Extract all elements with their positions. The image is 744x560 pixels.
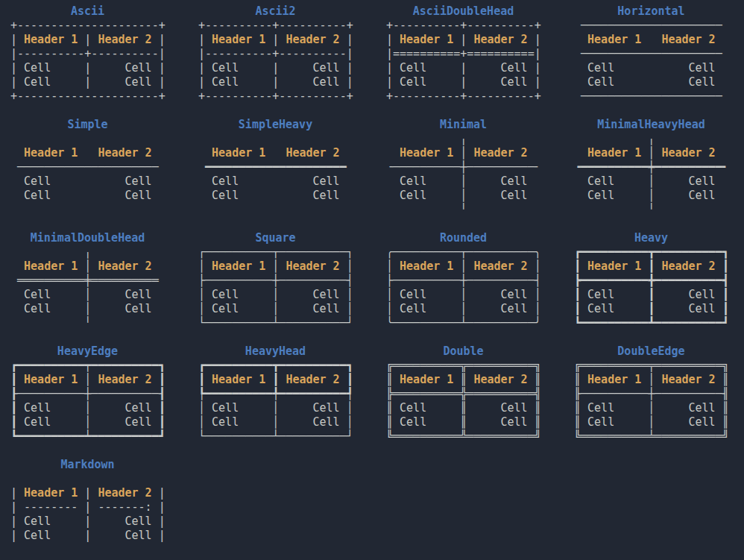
box-style-title: DoubleEdge <box>574 345 728 359</box>
box-style-title: Rounded <box>386 231 540 245</box>
box-style-panel: MinimalHeavyHead ╷ Header 1 │ Header 2 ╺… <box>574 118 728 231</box>
box-style-title: Horizontal <box>574 4 728 19</box>
box-style-table: | Header 1 | Header 2 | | -------- | ---… <box>10 472 165 543</box>
box-style-panel: MinimalDoubleHead ╷ Header 1 │ Header 2 … <box>10 231 165 345</box>
box-style-table: +---------------------+ | Header 1 | Hea… <box>10 19 165 104</box>
box-style-table: +----------+----------+ | Header 1 | Hea… <box>386 19 540 104</box>
box-style-table: ───────────────────── Header 1 Header 2 … <box>574 19 728 104</box>
box-style-table: ╷ Header 1 │ Header 2 ╶──────────┼──────… <box>386 132 540 217</box>
box-style-title: Double <box>386 345 540 359</box>
box-style-title: Ascii2 <box>198 4 353 19</box>
box-style-title: Heavy <box>574 231 728 245</box>
box-style-table: ╔══════════╤══════════╗ ║ Header 1 │ Hea… <box>574 359 728 444</box>
box-style-title: HeavyHead <box>198 345 353 359</box>
box-style-title: MinimalDoubleHead <box>10 231 165 245</box>
box-style-panel: Markdown | Header 1 | Header 2 | | -----… <box>10 458 165 560</box>
box-style-table: ╷ Header 1 │ Header 2 ╺━━━━━━━━━━┿━━━━━━… <box>574 132 728 217</box>
box-style-table: ┌──────────┬──────────┐ │ Header 1 │ Hea… <box>198 245 353 330</box>
box-style-panel: HeavyEdge ┏━━━━━━━━━━┯━━━━━━━━━━┓ ┃ Head… <box>10 345 165 458</box>
box-style-title: HeavyEdge <box>10 345 165 359</box>
box-style-panel: HeavyHead ┏━━━━━━━━━━┳━━━━━━━━━━┓ ┃ Head… <box>198 345 353 458</box>
box-style-table: ╭──────────┬──────────╮ │ Header 1 │ Hea… <box>386 245 540 330</box>
box-style-panel: Horizontal ───────────────────── Header … <box>574 4 728 118</box>
box-style-table: ╷ Header 1 │ Header 2 ══════════╪═══════… <box>10 245 165 330</box>
box-style-title: Square <box>198 231 353 245</box>
box-style-title: Markdown <box>10 458 165 472</box>
box-style-title: Simple <box>10 118 165 132</box>
box-style-panel: Double ╔══════════╦══════════╗ ║ Header … <box>386 345 540 458</box>
box-style-table: ┏━━━━━━━━━━┳━━━━━━━━━━┓ ┃ Header 1 ┃ Hea… <box>198 359 353 444</box>
box-style-table: Header 1 Header 2 ───────────────────── … <box>10 132 165 203</box>
box-style-title: Minimal <box>386 118 540 132</box>
box-style-title: Ascii <box>10 4 165 19</box>
box-style-panel: DoubleEdge ╔══════════╤══════════╗ ║ Hea… <box>574 345 728 458</box>
terminal-output: Ascii +---------------------+ | Header 1… <box>0 0 744 560</box>
box-style-title: MinimalHeavyHead <box>574 118 728 132</box>
box-style-panel: Heavy ┏━━━━━━━━━━┳━━━━━━━━━━┓ ┃ Header 1… <box>574 231 728 345</box>
box-style-table: Header 1 Header 2 ━━━━━━━━━━━━━━━━━━━━━ … <box>198 132 353 203</box>
box-style-panel: SimpleHeavy Header 1 Header 2 ━━━━━━━━━━… <box>198 118 353 231</box>
box-style-table: ╔══════════╦══════════╗ ║ Header 1 ║ Hea… <box>386 359 540 444</box>
box-style-panel: Minimal ╷ Header 1 │ Header 2 ╶─────────… <box>386 118 540 231</box>
box-style-panel: Simple Header 1 Header 2 ───────────────… <box>10 118 165 231</box>
box-style-table: ┏━━━━━━━━━━┳━━━━━━━━━━┓ ┃ Header 1 ┃ Hea… <box>574 245 728 330</box>
box-style-title: SimpleHeavy <box>198 118 353 132</box>
box-style-panel: Ascii +---------------------+ | Header 1… <box>10 4 165 118</box>
box-style-panel: AsciiDoubleHead +----------+----------+ … <box>386 4 540 118</box>
box-style-table: ┏━━━━━━━━━━┯━━━━━━━━━━┓ ┃ Header 1 │ Hea… <box>10 359 165 444</box>
box-style-title: AsciiDoubleHead <box>386 4 540 19</box>
box-style-panel: Ascii2 +----------+----------+ | Header … <box>198 4 353 118</box>
box-style-panel: Square ┌──────────┬──────────┐ │ Header … <box>198 231 353 345</box>
box-style-table: +----------+----------+ | Header 1 | Hea… <box>198 19 353 104</box>
box-style-panel: Rounded ╭──────────┬──────────╮ │ Header… <box>386 231 540 345</box>
